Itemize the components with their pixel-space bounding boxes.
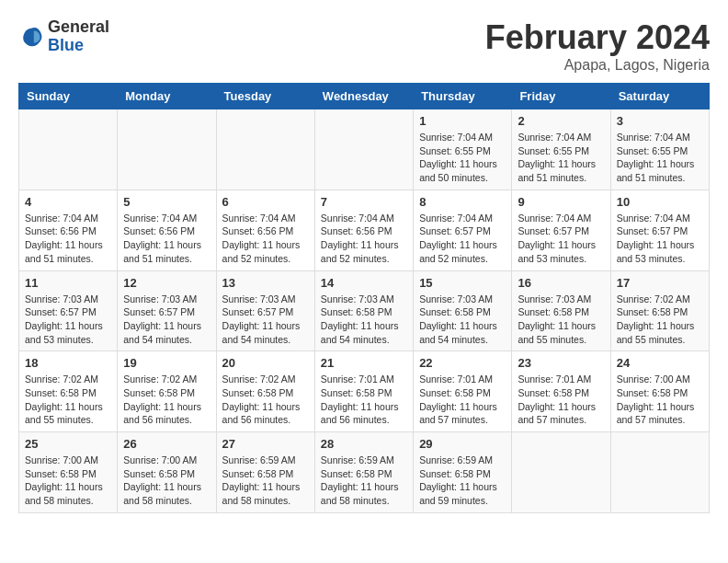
- calendar-body: 1Sunrise: 7:04 AMSunset: 6:55 PMDaylight…: [19, 109, 710, 513]
- day-number: 25: [25, 437, 111, 451]
- calendar-cell: 24Sunrise: 7:00 AMSunset: 6:58 PMDayligh…: [610, 351, 709, 432]
- day-number: 5: [123, 195, 210, 209]
- header-day-sunday: Sunday: [19, 84, 118, 109]
- day-number: 23: [518, 356, 604, 370]
- day-info: Sunrise: 7:03 AMSunset: 6:58 PMDaylight:…: [518, 293, 604, 347]
- header-day-thursday: Thursday: [414, 84, 512, 109]
- day-number: 7: [321, 195, 407, 209]
- calendar-cell: 17Sunrise: 7:02 AMSunset: 6:58 PMDayligh…: [610, 270, 709, 351]
- day-info: Sunrise: 7:02 AMSunset: 6:58 PMDaylight:…: [25, 373, 111, 427]
- calendar-table: SundayMondayTuesdayWednesdayThursdayFrid…: [18, 83, 710, 513]
- day-info: Sunrise: 7:02 AMSunset: 6:58 PMDaylight:…: [617, 293, 703, 347]
- day-info: Sunrise: 6:59 AMSunset: 6:58 PMDaylight:…: [419, 454, 506, 508]
- day-info: Sunrise: 7:04 AMSunset: 6:57 PMDaylight:…: [419, 212, 506, 266]
- calendar-cell: [118, 109, 216, 190]
- calendar-cell: 12Sunrise: 7:03 AMSunset: 6:57 PMDayligh…: [118, 270, 216, 351]
- day-number: 8: [419, 195, 506, 209]
- day-info: Sunrise: 7:00 AMSunset: 6:58 PMDaylight:…: [617, 373, 703, 427]
- day-number: 22: [419, 356, 506, 370]
- day-info: Sunrise: 7:04 AMSunset: 6:56 PMDaylight:…: [321, 212, 407, 266]
- day-number: 12: [123, 276, 210, 290]
- logo-text: General Blue: [48, 18, 109, 55]
- header-day-friday: Friday: [512, 84, 610, 109]
- day-info: Sunrise: 7:04 AMSunset: 6:56 PMDaylight:…: [123, 212, 210, 266]
- day-info: Sunrise: 7:03 AMSunset: 6:57 PMDaylight:…: [222, 293, 309, 347]
- header-day-monday: Monday: [118, 84, 216, 109]
- calendar-cell: 6Sunrise: 7:04 AMSunset: 6:56 PMDaylight…: [216, 190, 314, 270]
- calendar-cell: 5Sunrise: 7:04 AMSunset: 6:56 PMDaylight…: [118, 190, 216, 270]
- calendar-cell: [216, 109, 314, 190]
- day-number: 6: [222, 195, 309, 209]
- calendar-cell: 15Sunrise: 7:03 AMSunset: 6:58 PMDayligh…: [414, 270, 512, 351]
- day-info: Sunrise: 7:04 AMSunset: 6:57 PMDaylight:…: [518, 212, 604, 266]
- calendar-cell: 25Sunrise: 7:00 AMSunset: 6:58 PMDayligh…: [19, 432, 118, 513]
- day-info: Sunrise: 6:59 AMSunset: 6:58 PMDaylight:…: [321, 454, 407, 508]
- day-info: Sunrise: 7:03 AMSunset: 6:57 PMDaylight:…: [25, 293, 111, 347]
- calendar-cell: 29Sunrise: 6:59 AMSunset: 6:58 PMDayligh…: [414, 432, 512, 513]
- day-info: Sunrise: 7:03 AMSunset: 6:57 PMDaylight:…: [123, 293, 210, 347]
- calendar-cell: [610, 432, 709, 513]
- day-number: 21: [321, 356, 407, 370]
- calendar-cell: 11Sunrise: 7:03 AMSunset: 6:57 PMDayligh…: [19, 270, 118, 351]
- day-number: 4: [25, 195, 111, 209]
- day-info: Sunrise: 6:59 AMSunset: 6:58 PMDaylight:…: [222, 454, 309, 508]
- day-info: Sunrise: 7:00 AMSunset: 6:58 PMDaylight:…: [123, 454, 210, 508]
- calendar-cell: [314, 109, 413, 190]
- day-info: Sunrise: 7:04 AMSunset: 6:56 PMDaylight:…: [25, 212, 111, 266]
- logo-general: General: [48, 18, 109, 37]
- calendar-cell: 13Sunrise: 7:03 AMSunset: 6:57 PMDayligh…: [216, 270, 314, 351]
- day-info: Sunrise: 7:02 AMSunset: 6:58 PMDaylight:…: [123, 373, 210, 427]
- calendar-cell: 2Sunrise: 7:04 AMSunset: 6:55 PMDaylight…: [512, 109, 610, 190]
- week-row-4: 18Sunrise: 7:02 AMSunset: 6:58 PMDayligh…: [19, 351, 710, 432]
- logo: General Blue: [18, 18, 109, 55]
- day-info: Sunrise: 7:04 AMSunset: 6:57 PMDaylight:…: [617, 212, 703, 266]
- day-info: Sunrise: 7:02 AMSunset: 6:58 PMDaylight:…: [222, 373, 309, 427]
- day-info: Sunrise: 7:04 AMSunset: 6:55 PMDaylight:…: [518, 131, 604, 185]
- calendar-cell: 20Sunrise: 7:02 AMSunset: 6:58 PMDayligh…: [216, 351, 314, 432]
- calendar-cell: [512, 432, 610, 513]
- calendar-cell: 16Sunrise: 7:03 AMSunset: 6:58 PMDayligh…: [512, 270, 610, 351]
- day-number: 10: [617, 195, 703, 209]
- calendar-cell: 28Sunrise: 6:59 AMSunset: 6:58 PMDayligh…: [314, 432, 413, 513]
- week-row-2: 4Sunrise: 7:04 AMSunset: 6:56 PMDaylight…: [19, 190, 710, 270]
- calendar-cell: 14Sunrise: 7:03 AMSunset: 6:58 PMDayligh…: [314, 270, 413, 351]
- day-info: Sunrise: 7:00 AMSunset: 6:58 PMDaylight:…: [25, 454, 111, 508]
- day-number: 19: [123, 356, 210, 370]
- day-number: 3: [617, 114, 703, 128]
- day-info: Sunrise: 7:04 AMSunset: 6:56 PMDaylight:…: [222, 212, 309, 266]
- calendar-cell: 19Sunrise: 7:02 AMSunset: 6:58 PMDayligh…: [118, 351, 216, 432]
- header-day-wednesday: Wednesday: [314, 84, 413, 109]
- day-number: 27: [222, 437, 309, 451]
- day-number: 29: [419, 437, 506, 451]
- calendar-cell: [19, 109, 118, 190]
- day-number: 2: [518, 114, 604, 128]
- day-info: Sunrise: 7:01 AMSunset: 6:58 PMDaylight:…: [321, 373, 407, 427]
- calendar-cell: 3Sunrise: 7:04 AMSunset: 6:55 PMDaylight…: [610, 109, 709, 190]
- calendar-cell: 22Sunrise: 7:01 AMSunset: 6:58 PMDayligh…: [414, 351, 512, 432]
- day-number: 16: [518, 276, 604, 290]
- day-number: 11: [25, 276, 111, 290]
- day-number: 14: [321, 276, 407, 290]
- day-info: Sunrise: 7:03 AMSunset: 6:58 PMDaylight:…: [419, 293, 506, 347]
- week-row-1: 1Sunrise: 7:04 AMSunset: 6:55 PMDaylight…: [19, 109, 710, 190]
- calendar-subtitle: Apapa, Lagos, Nigeria: [485, 57, 710, 74]
- day-info: Sunrise: 7:04 AMSunset: 6:55 PMDaylight:…: [419, 131, 506, 185]
- logo-blue: Blue: [48, 37, 109, 55]
- day-number: 24: [617, 356, 703, 370]
- title-area: February 2024 Apapa, Lagos, Nigeria: [485, 18, 710, 74]
- day-number: 20: [222, 356, 309, 370]
- day-info: Sunrise: 7:01 AMSunset: 6:58 PMDaylight:…: [419, 373, 506, 427]
- day-number: 18: [25, 356, 111, 370]
- day-info: Sunrise: 7:03 AMSunset: 6:58 PMDaylight:…: [321, 293, 407, 347]
- day-info: Sunrise: 7:04 AMSunset: 6:55 PMDaylight:…: [617, 131, 703, 185]
- calendar-cell: 10Sunrise: 7:04 AMSunset: 6:57 PMDayligh…: [610, 190, 709, 270]
- day-number: 13: [222, 276, 309, 290]
- day-number: 26: [123, 437, 210, 451]
- header-day-tuesday: Tuesday: [216, 84, 314, 109]
- calendar-cell: 9Sunrise: 7:04 AMSunset: 6:57 PMDaylight…: [512, 190, 610, 270]
- day-number: 15: [419, 276, 506, 290]
- day-info: Sunrise: 7:01 AMSunset: 6:58 PMDaylight:…: [518, 373, 604, 427]
- week-row-5: 25Sunrise: 7:00 AMSunset: 6:58 PMDayligh…: [19, 432, 710, 513]
- calendar-cell: 18Sunrise: 7:02 AMSunset: 6:58 PMDayligh…: [19, 351, 118, 432]
- week-row-3: 11Sunrise: 7:03 AMSunset: 6:57 PMDayligh…: [19, 270, 710, 351]
